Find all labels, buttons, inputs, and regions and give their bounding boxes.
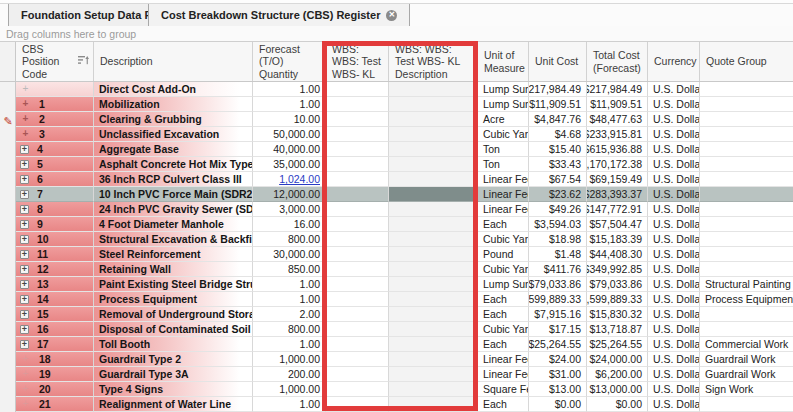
forecast-quantity-cell[interactable]: 3,000.00 [253, 202, 326, 217]
row-indicator[interactable] [0, 262, 16, 277]
currency-cell[interactable]: U.S. Dollar [648, 367, 700, 382]
unit-cost-cell[interactable]: $4.68 [529, 127, 587, 142]
wbs-test-kl-cell[interactable] [326, 202, 389, 217]
cbs-position-code-cell[interactable]: +19 [16, 367, 94, 382]
unit-of-measure-cell[interactable]: Cubic Yard [478, 232, 529, 247]
cbs-position-code-cell[interactable]: +20 [16, 382, 94, 397]
wbs-test-kl-cell[interactable] [326, 217, 389, 232]
unit-of-measure-cell[interactable]: Lump Sum [478, 82, 529, 97]
wbs-test-kl-description-cell[interactable] [389, 292, 478, 307]
expand-plus-icon[interactable]: + [20, 325, 29, 334]
wbs-test-kl-description-cell[interactable] [389, 352, 478, 367]
wbs-test-kl-cell[interactable] [326, 172, 389, 187]
unit-of-measure-cell[interactable]: Ton [478, 142, 529, 157]
wbs-test-kl-cell[interactable] [326, 157, 389, 172]
unit-cost-cell[interactable]: $23.62 [529, 187, 587, 202]
table-row[interactable]: +824 Inch PVC Gravity Sewer (SDR35)3,000… [0, 202, 793, 217]
unit-cost-cell[interactable]: $67.54 [529, 172, 587, 187]
forecast-quantity-cell[interactable]: 1.00 [253, 82, 326, 97]
column-header-wbs2[interactable]: WBS: WBS: Test WBS- KL Description [389, 42, 478, 81]
table-row[interactable]: +12Retaining Wall850.00Cubic Yard$411.76… [0, 262, 793, 277]
row-indicator[interactable] [0, 97, 16, 112]
wbs-test-kl-cell[interactable] [326, 397, 389, 412]
unit-of-measure-cell[interactable]: Cubic Yard [478, 127, 529, 142]
table-row[interactable]: +1Mobilization1.00Lump Sum$11,909.51$11,… [0, 97, 793, 112]
expand-plus-icon[interactable]: + [20, 129, 31, 139]
description-cell[interactable]: Type 4 Signs [94, 382, 253, 397]
description-cell[interactable]: Retaining Wall [94, 262, 253, 277]
wbs-test-kl-cell[interactable] [326, 382, 389, 397]
table-row[interactable]: +16Disposal of Contaminated Soil800.00Cu… [0, 322, 793, 337]
wbs-test-kl-description-cell[interactable] [389, 172, 478, 187]
cbs-position-code-cell[interactable]: +5 [16, 157, 94, 172]
row-indicator[interactable] [0, 307, 16, 322]
cbs-position-code-cell[interactable]: +4 [16, 142, 94, 157]
wbs-test-kl-description-cell[interactable] [389, 382, 478, 397]
table-row[interactable]: +19Guardrail Type 3A200.00Linear Feet$31… [0, 367, 793, 382]
total-cost-cell[interactable]: $69,159.49 [587, 172, 648, 187]
total-cost-cell[interactable]: $1,170,172.38 [587, 157, 648, 172]
sort-ascending-icon[interactable] [78, 55, 89, 67]
table-row[interactable]: +11Steel Reinforcement30,000.00Pound$1.4… [0, 247, 793, 262]
wbs-test-kl-cell[interactable] [326, 367, 389, 382]
currency-cell[interactable]: U.S. Dollar [648, 142, 700, 157]
table-row[interactable]: +21Realignment of Water Line1.00Each$0.0… [0, 397, 793, 412]
forecast-quantity-cell[interactable]: 1.00 [253, 292, 326, 307]
wbs-test-kl-description-cell[interactable] [389, 277, 478, 292]
table-row[interactable]: +18Guardrail Type 21,000.00Linear Feet$2… [0, 352, 793, 367]
expand-plus-icon[interactable]: + [20, 384, 31, 394]
expand-plus-icon[interactable]: + [20, 369, 31, 379]
column-header-curr[interactable]: Currency [648, 42, 700, 81]
total-cost-cell[interactable]: $48,477.63 [587, 112, 648, 127]
row-indicator[interactable] [0, 382, 16, 397]
unit-of-measure-cell[interactable]: Each [478, 337, 529, 352]
row-indicator[interactable] [0, 157, 16, 172]
row-indicator[interactable] [0, 277, 16, 292]
wbs-test-kl-description-cell[interactable] [389, 322, 478, 337]
forecast-quantity-cell[interactable]: 2.00 [253, 307, 326, 322]
cbs-position-code-cell[interactable]: +11 [16, 247, 94, 262]
total-cost-cell[interactable]: $233,915.81 [587, 127, 648, 142]
row-indicator[interactable] [0, 322, 16, 337]
unit-of-measure-cell[interactable]: Each [478, 217, 529, 232]
table-row[interactable]: +710 Inch PVC Force Main (SDR21)12,000.0… [0, 187, 793, 202]
expand-plus-icon[interactable]: + [20, 99, 31, 109]
unit-of-measure-cell[interactable]: Cubic Yard [478, 262, 529, 277]
wbs-test-kl-cell[interactable] [326, 247, 389, 262]
expand-plus-icon[interactable]: + [20, 190, 29, 199]
description-cell[interactable]: Steel Reinforcement [94, 247, 253, 262]
table-row[interactable]: +636 Inch RCP Culvert Class III1,024.00L… [0, 172, 793, 187]
row-indicator[interactable] [0, 187, 16, 202]
cbs-position-code-cell[interactable]: +6 [16, 172, 94, 187]
expand-plus-icon[interactable]: + [20, 265, 29, 274]
currency-cell[interactable]: U.S. Dollar [648, 157, 700, 172]
description-cell[interactable]: Paint Existing Steel Bridge Structure [94, 277, 253, 292]
column-header-quote[interactable]: Quote Group [700, 42, 793, 81]
quote-group-cell[interactable] [700, 307, 793, 322]
currency-cell[interactable]: U.S. Dollar [648, 262, 700, 277]
description-cell[interactable]: Clearing & Grubbing [94, 112, 253, 127]
wbs-test-kl-cell[interactable] [326, 82, 389, 97]
description-cell[interactable]: Asphalt Concrete Hot Mix Type A [94, 157, 253, 172]
quote-group-cell[interactable]: Sign Work [700, 382, 793, 397]
wbs-test-kl-description-cell[interactable] [389, 337, 478, 352]
expand-plus-icon[interactable]: + [20, 399, 31, 409]
forecast-quantity-cell[interactable]: 1,000.00 [253, 382, 326, 397]
quote-group-cell[interactable]: Structural Painting [700, 277, 793, 292]
table-row[interactable]: +10Structural Excavation & Backfill800.0… [0, 232, 793, 247]
total-cost-cell[interactable]: $615,936.88 [587, 142, 648, 157]
wbs-test-kl-cell[interactable] [326, 112, 389, 127]
total-cost-cell[interactable]: $283,393.37 [587, 187, 648, 202]
total-cost-cell[interactable]: $1,599,889.33 [587, 292, 648, 307]
unit-cost-cell[interactable]: $1,599,889.33 [529, 292, 587, 307]
table-row[interactable]: +4Aggregate Base40,000.00Ton$15.40$615,9… [0, 142, 793, 157]
currency-cell[interactable]: U.S. Dollar [648, 172, 700, 187]
forecast-quantity-cell[interactable]: 16.00 [253, 217, 326, 232]
forecast-quantity-cell[interactable]: 40,000.00 [253, 142, 326, 157]
unit-cost-cell[interactable]: $17.15 [529, 322, 587, 337]
table-row[interactable]: +17Toll Booth1.00Each$25,264.55$25,264.5… [0, 337, 793, 352]
forecast-quantity-cell[interactable]: 850.00 [253, 262, 326, 277]
quantity-link[interactable]: 1,024.00 [279, 173, 320, 185]
cbs-position-code-cell[interactable]: +7 [16, 187, 94, 202]
forecast-quantity-cell[interactable]: 1.00 [253, 337, 326, 352]
